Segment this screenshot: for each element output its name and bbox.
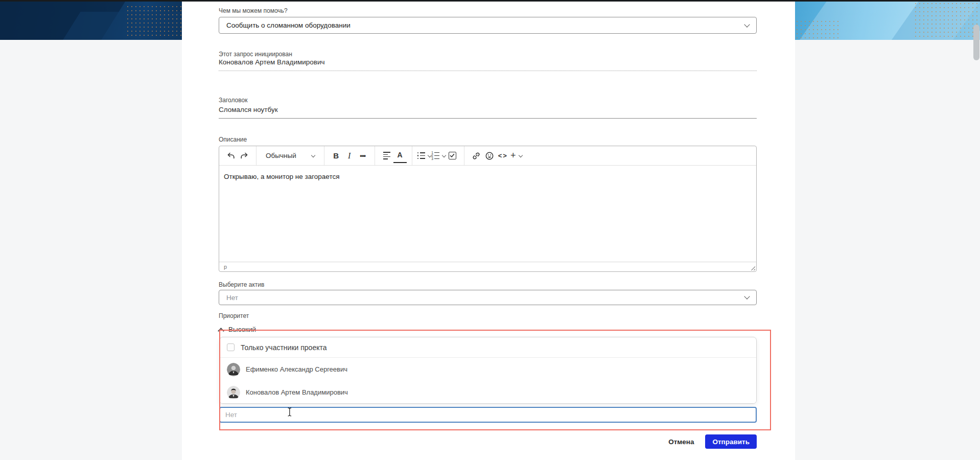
description-field-label: Описание bbox=[219, 136, 247, 143]
subscribers-dropdown-panel: Только участники проекта Ефименко Алекса… bbox=[219, 337, 757, 404]
editor-toolbar: Обычный B I ••• A bbox=[219, 146, 756, 166]
priority-high-chevron-up-icon bbox=[218, 328, 224, 334]
italic-button[interactable]: I bbox=[343, 149, 356, 163]
insert-link-button[interactable] bbox=[470, 149, 483, 163]
text-align-button[interactable] bbox=[380, 149, 393, 163]
initiator-field-label: Этот запрос инициирован bbox=[219, 51, 292, 58]
priority-value: Высокий bbox=[228, 326, 256, 333]
editor-resize-handle[interactable] bbox=[750, 265, 755, 270]
initiator-field-value: Коновалов Артем Владимирович bbox=[219, 58, 757, 71]
code-view-button[interactable]: <> bbox=[496, 149, 509, 163]
digit: 3 bbox=[431, 158, 433, 159]
toolbar-separator bbox=[375, 146, 375, 165]
portal-hero-banner-right bbox=[795, 2, 980, 40]
title-field-input[interactable]: Сломался ноутбук bbox=[219, 106, 757, 119]
smiley-icon bbox=[485, 151, 494, 160]
category-field-label: Чем мы можем помочь? bbox=[219, 7, 288, 14]
toolbar-separator bbox=[324, 146, 324, 165]
numbered-list-button[interactable]: 1 2 3 bbox=[431, 149, 446, 163]
title-field-label: Заголовок bbox=[219, 97, 247, 104]
cancel-button[interactable]: Отмена bbox=[668, 438, 694, 446]
avatar bbox=[227, 363, 240, 376]
task-list-button[interactable] bbox=[446, 149, 459, 163]
toolbar-separator bbox=[464, 146, 464, 165]
numbered-list-icon: 1 2 3 bbox=[431, 152, 439, 159]
asset-select[interactable]: Нет bbox=[219, 290, 757, 305]
paragraph-style-value: Обычный bbox=[266, 152, 296, 159]
banner-dots-pattern bbox=[126, 5, 182, 38]
portal-hero-banner-left bbox=[0, 2, 182, 40]
checked-box-icon bbox=[449, 152, 456, 159]
undo-icon bbox=[226, 151, 236, 160]
bullet-list-icon bbox=[417, 152, 426, 159]
project-filter-row: Только участники проекта bbox=[220, 337, 756, 358]
browser-top-edge bbox=[0, 0, 980, 2]
link-icon bbox=[472, 151, 481, 160]
banner-dots-pattern bbox=[914, 2, 980, 37]
subscriber-option-name: Коновалов Артем Владимирович bbox=[246, 388, 348, 396]
text-cursor-icon bbox=[287, 407, 292, 417]
editor-block-indicator: p bbox=[224, 264, 227, 270]
subscribers-search-input[interactable] bbox=[219, 407, 757, 423]
more-formatting-button[interactable]: ••• bbox=[356, 149, 369, 163]
page-canvas: Чем мы можем помочь? Сообщить о сломанно… bbox=[0, 0, 980, 460]
description-editor-content[interactable]: Открываю, а монитор не загорается bbox=[219, 166, 756, 262]
rich-text-editor: Обычный B I ••• A bbox=[219, 146, 757, 272]
toolbar-separator bbox=[412, 146, 412, 165]
page-scrollbar[interactable] bbox=[973, 25, 979, 60]
category-select[interactable]: Сообщить о сломанном оборудовании bbox=[219, 17, 757, 34]
undo-button[interactable] bbox=[224, 149, 238, 163]
chevron-down-icon bbox=[311, 153, 315, 157]
redo-icon bbox=[240, 151, 249, 160]
asset-field-label: Выберите актив bbox=[219, 281, 264, 288]
toolbar-separator bbox=[256, 146, 256, 165]
category-select-value: Сообщить о сломанном оборудовании bbox=[226, 21, 745, 29]
priority-field-label: Приоритет bbox=[219, 312, 249, 319]
insert-more-button[interactable]: + bbox=[509, 149, 523, 163]
bold-button[interactable]: B bbox=[330, 149, 343, 163]
subscriber-option[interactable]: Ефименко Александр Сергеевич bbox=[220, 358, 756, 381]
bullet-list-button[interactable] bbox=[417, 149, 432, 163]
chevron-down-icon bbox=[518, 153, 522, 157]
subscriber-option[interactable]: Коновалов Артем Владимирович bbox=[220, 381, 756, 404]
redo-button[interactable] bbox=[238, 149, 251, 163]
text-color-button[interactable]: A bbox=[393, 149, 407, 163]
project-members-checkbox[interactable] bbox=[227, 343, 235, 351]
chevron-down-icon bbox=[744, 21, 750, 27]
paragraph-style-select[interactable]: Обычный bbox=[262, 149, 319, 163]
form-actions: Отмена Отправить bbox=[219, 434, 757, 449]
asset-select-value: Нет bbox=[226, 294, 745, 302]
subscriber-option-name: Ефименко Александр Сергеевич bbox=[246, 365, 347, 373]
insert-emoji-button[interactable] bbox=[483, 149, 496, 163]
submit-button[interactable]: Отправить bbox=[705, 434, 757, 449]
banner-dots-pattern bbox=[795, 19, 841, 40]
chevron-down-icon bbox=[744, 293, 750, 299]
priority-select[interactable]: Высокий bbox=[219, 326, 256, 333]
editor-status-bar: p bbox=[219, 262, 756, 271]
project-members-checkbox-label: Только участники проекта bbox=[241, 343, 327, 352]
plus-icon: + bbox=[510, 150, 516, 161]
avatar bbox=[227, 386, 240, 399]
align-left-icon bbox=[383, 152, 390, 159]
digit: 1 bbox=[431, 152, 433, 153]
